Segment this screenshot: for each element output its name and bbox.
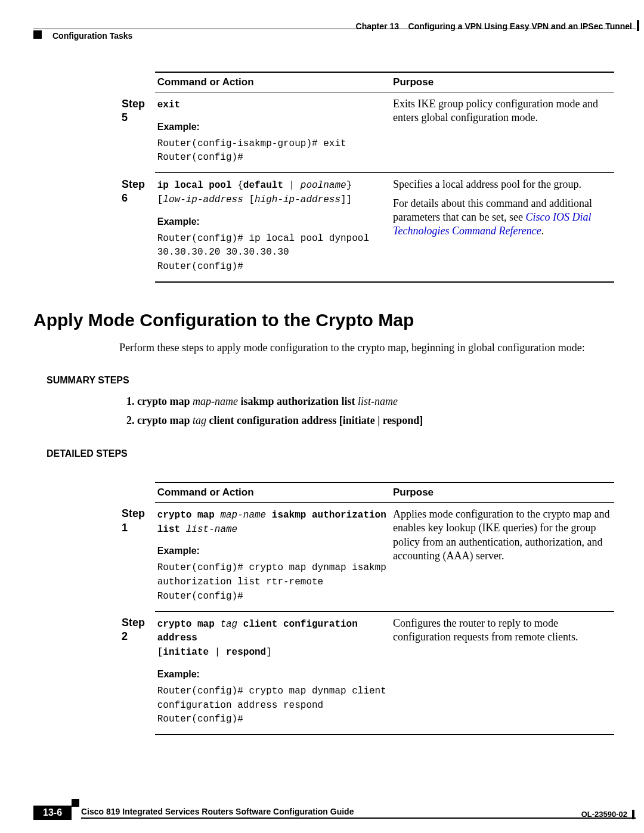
table-header: Purpose — [391, 482, 614, 503]
table-row: Step 2 crypto map tag client configurati… — [119, 611, 614, 735]
command-text: crypto map — [157, 510, 221, 521]
step-number: Step 5 — [119, 92, 155, 173]
table-header: Command or Action — [155, 482, 391, 503]
list-item: crypto map map-name isakmp authorization… — [137, 394, 614, 409]
purpose-text: Exits IKE group policy configuration mod… — [391, 92, 614, 173]
example-label: Example: — [157, 545, 388, 558]
footer-doc-id: OL-23590-02 — [581, 810, 627, 819]
summary-steps-heading: SUMMARY STEPS — [47, 375, 614, 386]
header-rule — [33, 29, 636, 29]
example-code: Router(config-isakmp-group)# exit Router… — [157, 138, 346, 163]
example-label: Example: — [157, 668, 388, 681]
example-code: Router(config)# ip local pool dynpool 30… — [157, 233, 369, 272]
section-heading: Apply Mode Configuration to the Crypto M… — [33, 310, 614, 330]
section-marker-icon — [33, 30, 42, 39]
footer-doc-title: Cisco 819 Integrated Services Routers So… — [81, 807, 636, 816]
purpose-text: For details about this command and addit… — [393, 197, 612, 239]
page-number-badge: 13-6 — [33, 806, 72, 820]
chapter-label: Chapter 13 — [356, 21, 399, 31]
step-number: Step 6 — [119, 173, 155, 282]
example-code: Router(config)# crypto map dynmap client… — [157, 686, 386, 725]
page-content: Command or Action Purpose Step 5 exit Ex… — [78, 72, 614, 735]
footer-bar-icon — [632, 810, 634, 819]
footer-rule — [81, 817, 636, 819]
header-bar-icon — [637, 20, 639, 31]
purpose-text: Configures the router to reply to mode c… — [391, 611, 614, 735]
command-text: ip local pool — [157, 180, 232, 191]
detailed-steps-heading: DETAILED STEPS — [47, 448, 614, 459]
step-number: Step 2 — [119, 611, 155, 735]
table-header: Purpose — [391, 72, 614, 92]
section-name: Configuration Tasks — [52, 31, 132, 41]
table-row: Step 6 ip local pool {default | poolname… — [119, 173, 614, 282]
summary-list: crypto map map-name isakmp authorization… — [137, 394, 614, 428]
table-row: Step 1 crypto map map-name isakmp author… — [119, 502, 614, 611]
command-text: crypto map — [157, 619, 221, 630]
steps-table-2: Command or Action Purpose Step 1 crypto … — [119, 482, 614, 735]
example-code: Router(config)# crypto map dynmap isakmp… — [157, 562, 386, 602]
chapter-title-text: Configuring a VPN Using Easy VPN and an … — [408, 21, 632, 31]
purpose-text: Applies mode configuration to the crypto… — [391, 502, 614, 611]
step-number: Step 1 — [119, 502, 155, 611]
table-row: Step 5 exit Example: Router(config-isakm… — [119, 92, 614, 173]
table-header: Command or Action — [155, 72, 391, 92]
example-label: Example: — [157, 121, 388, 134]
example-label: Example: — [157, 216, 388, 228]
purpose-text: Specifies a local address pool for the g… — [393, 178, 612, 191]
footer-marker-icon — [72, 799, 79, 807]
list-item: crypto map tag client configuration addr… — [137, 413, 614, 428]
steps-table-1: Command or Action Purpose Step 5 exit Ex… — [119, 72, 614, 283]
intro-paragraph: Perform these steps to apply mode config… — [119, 341, 614, 355]
command-text: exit — [157, 100, 180, 110]
page-footer: Cisco 819 Integrated Services Routers So… — [33, 807, 636, 819]
